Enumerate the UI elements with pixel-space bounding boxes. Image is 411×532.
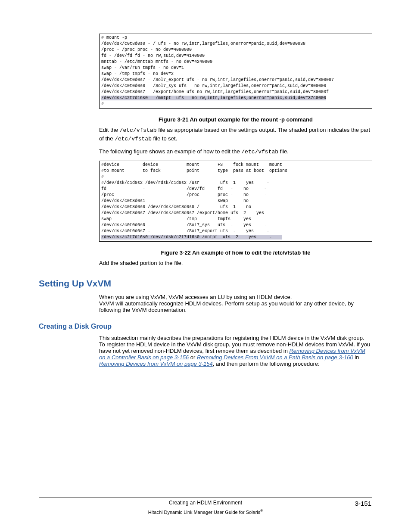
figure-caption-3-21: Figure 3-21 An output example for the mo… <box>99 116 372 123</box>
page-footer: Creating an HDLM Environment 3-151 Hitac… <box>39 498 372 515</box>
code-vfstab-edit: #device device mount FS fsck mount mount… <box>99 161 372 242</box>
link-removing-path-basis[interactable]: Removing Devices From VxVM on a Path Bas… <box>197 354 353 361</box>
paragraph-edit-vfstab: Edit the /etc/vfstab file as appropriate… <box>99 126 372 143</box>
heading-setting-up-vxvm: Setting Up VxVM <box>39 278 372 289</box>
paragraph-add-shaded: Add the shaded portion to the file. <box>99 259 372 268</box>
footer-book-title: Hitachi Dynamic Link Manager User Guide … <box>39 509 372 515</box>
figure-caption-3-22: Figure 3-22 An example of how to edit th… <box>99 249 372 256</box>
paragraph-dg-intro: This subsection mainly describes the pre… <box>99 335 372 341</box>
code-output-mount: # mount -p /dev/dsk/c0t8d0s0 - / ufs - n… <box>99 34 372 109</box>
code-text: # mount -p /dev/dsk/c0t8d0s0 - / ufs - n… <box>101 35 334 94</box>
paragraph-dg-register: To register the HDLM device in the VxVM … <box>99 341 372 367</box>
code-text-2: #device device mount FS fsck mount mount… <box>101 162 287 233</box>
code-shaded-line-2: /dev/dsk/c2t7d16s0 /dev/rdsk/c2t7d16s0 /… <box>101 235 282 240</box>
heading-creating-disk-group: Creating a Disk Group <box>39 323 372 330</box>
paragraph-following-figure: The following figure shows an example of… <box>99 148 372 156</box>
paragraph-vxvm-access: When you are using VxVM, VxVM accesses a… <box>99 294 372 300</box>
code-shaded-line: /dev/dsk/c2t7d16s0 - /mntpt ufs - no rw,… <box>101 96 326 100</box>
link-removing-devices-vxvm[interactable]: Removing Devices from VxVM on page 3-154 <box>99 361 213 367</box>
code-text-after: # <box>101 102 104 106</box>
footer-rule <box>39 498 372 498</box>
footer-chapter-title: Creating an HDLM Environment <box>74 500 337 507</box>
footer-page-number: 3-151 <box>337 500 371 507</box>
paragraph-vxvm-recognize: VxVM will automatically recognize HDLM d… <box>99 300 372 313</box>
